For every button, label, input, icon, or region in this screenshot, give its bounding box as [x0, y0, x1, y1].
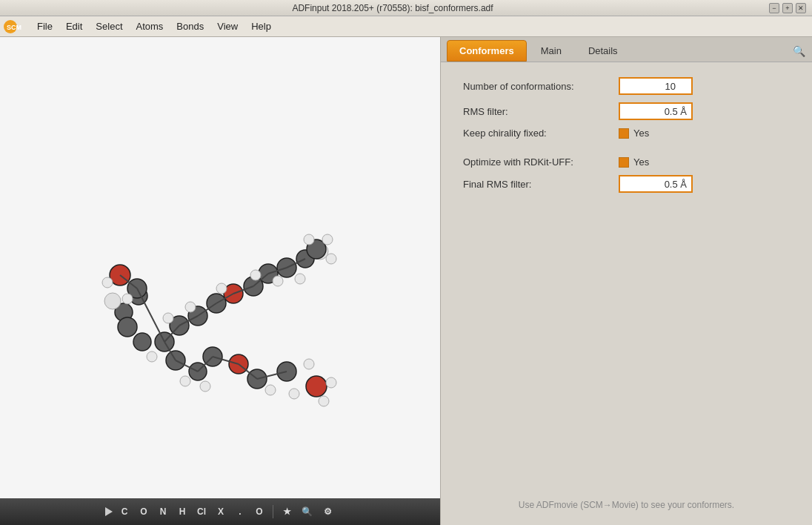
scm-logo: SCM	[3, 19, 24, 34]
keep-chirality-checkbox[interactable]	[619, 128, 629, 139]
svg-point-42	[265, 385, 276, 395]
main-content: C O N H Cl X . O ★ 🔍 ⚙ Conformers Main D…	[0, 37, 812, 525]
svg-point-22	[118, 317, 137, 337]
atom-x-button[interactable]: X	[213, 505, 228, 518]
atom-c-button[interactable]: C	[117, 505, 132, 518]
menu-atoms[interactable]: Atoms	[130, 19, 170, 34]
keep-chirality-label: Keep chirality fixed:	[463, 128, 619, 139]
final-rms-filter-group: Final RMS filter:	[463, 175, 790, 193]
molecule-canvas	[0, 37, 440, 498]
optimize-rdkit-group: Optimize with RDKit-UFF: Yes	[463, 156, 790, 168]
atom-o-button[interactable]: O	[136, 505, 151, 518]
atom-n-button[interactable]: N	[156, 505, 170, 518]
svg-point-48	[216, 283, 227, 294]
svg-point-47	[185, 302, 196, 312]
molecule-viewer: C O N H Cl X . O ★ 🔍 ⚙	[0, 37, 441, 525]
svg-point-41	[304, 359, 314, 369]
optimize-rdkit-checkbox[interactable]	[619, 157, 629, 168]
tab-conformers[interactable]: Conformers	[447, 40, 527, 62]
svg-point-2	[306, 376, 327, 397]
svg-point-45	[147, 351, 157, 362]
svg-point-61	[326, 254, 336, 264]
keep-chirality-checkbox-group: Yes	[619, 128, 649, 139]
num-conformations-group: Number of conformations:	[463, 77, 790, 95]
tab-main[interactable]: Main	[528, 40, 574, 62]
num-conformations-input[interactable]	[619, 77, 693, 95]
title-bar-title: ADFinput 2018.205+ (r70558): bisf_confor…	[16, 3, 769, 13]
svg-point-44	[180, 376, 190, 386]
menu-bar: SCM File Edit Select Atoms Bonds View He…	[0, 16, 812, 37]
keep-chirality-group: Keep chirality fixed: Yes	[463, 128, 790, 139]
svg-point-39	[319, 396, 329, 406]
optimize-rdkit-value: Yes	[633, 156, 649, 168]
menu-help[interactable]: Help	[245, 19, 277, 34]
svg-point-56	[102, 277, 113, 288]
play-button[interactable]	[105, 507, 113, 516]
menu-view[interactable]: View	[211, 19, 244, 34]
svg-point-46	[163, 313, 173, 323]
tab-bar: Conformers Main Details 🔍	[441, 37, 812, 62]
atom-h-button[interactable]: H	[175, 505, 190, 518]
title-bar-drag-area	[6, 3, 16, 13]
svg-point-43	[200, 381, 210, 392]
search-toolbar-button[interactable]: 🔍	[299, 505, 316, 518]
favorites-button[interactable]: ★	[279, 505, 294, 518]
footer-text: Use ADFmovie (SCM→Movie) to see your con…	[441, 500, 812, 510]
title-bar-controls: − + ✕	[769, 3, 806, 13]
minimize-button[interactable]: −	[769, 3, 779, 13]
rms-filter-label: RMS filter:	[463, 106, 619, 117]
section-divider	[463, 146, 790, 156]
tab-details[interactable]: Details	[576, 40, 630, 62]
svg-point-49	[250, 270, 261, 280]
svg-point-59	[322, 234, 333, 245]
close-button[interactable]: ✕	[796, 3, 806, 13]
menu-bonds[interactable]: Bonds	[170, 19, 210, 34]
scm-logo-icon: SCM	[3, 19, 24, 34]
keep-chirality-value: Yes	[633, 128, 649, 139]
bottom-toolbar: C O N H Cl X . O ★ 🔍 ⚙	[0, 498, 440, 525]
num-conformations-label: Number of conformations:	[463, 81, 619, 92]
optimize-rdkit-checkbox-group: Yes	[619, 156, 649, 168]
menu-edit[interactable]: Edit	[60, 19, 88, 34]
atom-cl-button[interactable]: Cl	[194, 505, 209, 518]
final-rms-filter-label: Final RMS filter:	[463, 179, 619, 190]
svg-text:SCM: SCM	[7, 24, 21, 31]
title-bar: ADFinput 2018.205+ (r70558): bisf_confor…	[0, 0, 812, 16]
optimize-rdkit-label: Optimize with RDKit-UFF:	[463, 156, 619, 168]
toolbar-divider-1	[273, 505, 273, 518]
svg-point-51	[295, 274, 305, 284]
svg-point-23	[133, 333, 151, 351]
maximize-button[interactable]: +	[782, 3, 793, 13]
svg-point-55	[122, 294, 133, 304]
menu-select[interactable]: Select	[90, 19, 128, 34]
atom-dot-button[interactable]: .	[233, 505, 247, 518]
svg-point-40	[326, 377, 336, 388]
rms-filter-input[interactable]	[619, 102, 693, 120]
atom-o2-button[interactable]: O	[252, 505, 267, 518]
rms-filter-group: RMS filter:	[463, 102, 790, 120]
svg-point-60	[304, 234, 314, 245]
menu-file[interactable]: File	[31, 19, 59, 34]
conformers-panel-content: Number of conformations: RMS filter: Kee…	[441, 62, 812, 525]
final-rms-filter-input[interactable]	[619, 175, 693, 193]
molecule-display	[42, 97, 398, 438]
settings-toolbar-button[interactable]: ⚙	[320, 505, 335, 518]
svg-point-50	[273, 276, 283, 286]
tab-search-button[interactable]: 🔍	[791, 44, 806, 59]
right-panel: Conformers Main Details 🔍 Number of conf…	[441, 37, 812, 525]
svg-point-38	[289, 389, 299, 399]
svg-point-18	[104, 293, 121, 309]
